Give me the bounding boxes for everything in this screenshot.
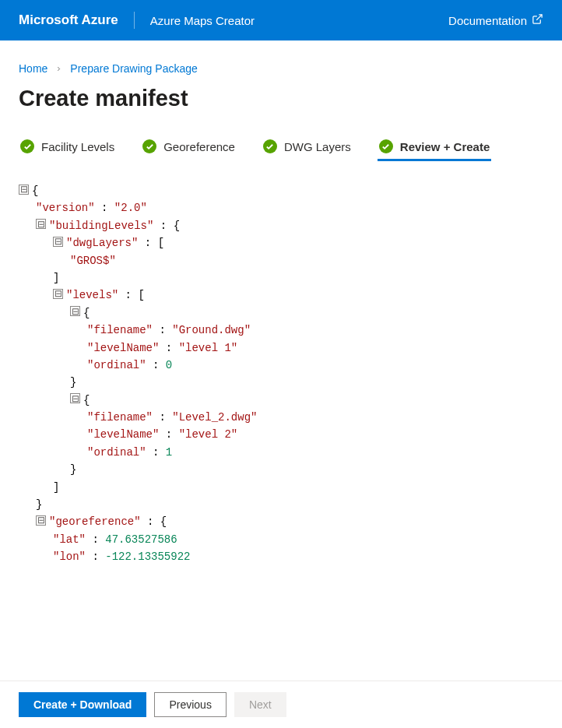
check-icon bbox=[20, 139, 34, 153]
json-lat: 47.63527586 bbox=[105, 533, 177, 546]
documentation-label: Documentation bbox=[448, 14, 527, 27]
brand-label[interactable]: Microsoft Azure bbox=[19, 12, 118, 28]
json-preview: ⊟{ "version" : "2.0" ⊟"buildingLevels" :… bbox=[19, 182, 543, 566]
collapse-toggle[interactable]: ⊟ bbox=[19, 185, 29, 195]
check-icon bbox=[379, 139, 393, 153]
app-title: Azure Maps Creator bbox=[150, 14, 255, 27]
json-ordinal: 0 bbox=[166, 359, 172, 371]
collapse-toggle[interactable]: ⊟ bbox=[70, 393, 80, 403]
topbar-left: Microsoft Azure Azure Maps Creator bbox=[19, 12, 255, 29]
json-filename: "Level_2.dwg" bbox=[172, 411, 257, 424]
json-filename: "Ground.dwg" bbox=[172, 324, 251, 336]
wizard-tabs: Facility Levels Georeference DWG Layers … bbox=[19, 135, 543, 162]
tab-dwg-layers[interactable]: DWG Layers bbox=[262, 135, 353, 161]
breadcrumb-current[interactable]: Prepare Drawing Package bbox=[70, 62, 197, 75]
json-levelname: "level 1" bbox=[179, 342, 238, 354]
json-version: "2.0" bbox=[114, 202, 147, 214]
page-title: Create manifest bbox=[19, 86, 543, 111]
svg-line-0 bbox=[536, 15, 542, 20]
top-bar: Microsoft Azure Azure Maps Creator Docum… bbox=[0, 0, 562, 40]
json-dwg-layer: "GROS$" bbox=[70, 255, 116, 267]
collapse-toggle[interactable]: ⊟ bbox=[36, 219, 46, 229]
collapse-toggle[interactable]: ⊟ bbox=[53, 289, 63, 299]
collapse-toggle[interactable]: ⊟ bbox=[53, 237, 63, 247]
documentation-link[interactable]: Documentation bbox=[448, 13, 543, 27]
chevron-right-icon bbox=[55, 65, 62, 72]
json-lon: -122.13355922 bbox=[105, 550, 190, 563]
tab-facility-levels[interactable]: Facility Levels bbox=[19, 135, 116, 161]
collapse-toggle[interactable]: ⊟ bbox=[70, 306, 80, 316]
breadcrumb-home[interactable]: Home bbox=[19, 62, 47, 75]
check-icon bbox=[142, 139, 156, 153]
tab-label: Review + Create bbox=[400, 140, 490, 153]
tab-review-create[interactable]: Review + Create bbox=[378, 135, 491, 161]
tab-label: Facility Levels bbox=[41, 140, 114, 153]
json-ordinal: 1 bbox=[166, 446, 172, 459]
json-levelname: "level 2" bbox=[179, 428, 238, 441]
tab-label: Georeference bbox=[163, 140, 235, 153]
tab-georeference[interactable]: Georeference bbox=[141, 135, 237, 161]
breadcrumb: Home Prepare Drawing Package bbox=[19, 62, 543, 75]
tab-label: DWG Layers bbox=[284, 140, 351, 153]
check-icon bbox=[263, 139, 277, 153]
collapse-toggle[interactable]: ⊟ bbox=[36, 515, 46, 526]
topbar-divider bbox=[134, 12, 135, 29]
external-link-icon bbox=[532, 13, 543, 27]
